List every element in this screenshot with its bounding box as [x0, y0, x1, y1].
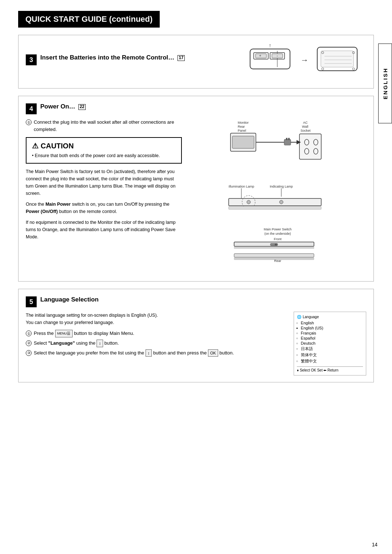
svg-text:Panel: Panel	[238, 129, 246, 132]
step1-num: ①	[26, 331, 32, 336]
caution-content: ⚠ CAUTION • Ensure that both ends of the…	[32, 141, 160, 159]
svg-text:Main Power Switch: Main Power Switch	[264, 227, 292, 231]
lang-menu-items: EnglishEnglish (US)FrançaisEspañolDeutsc…	[297, 320, 363, 364]
svg-text:(on the underside): (on the underside)	[264, 232, 291, 235]
section5-intro1: The initial language setting for on-scre…	[26, 312, 286, 326]
svg-rect-45	[229, 206, 321, 209]
section5-title: Language Selection	[40, 296, 99, 304]
lang-menu-item: English (US)	[297, 325, 363, 331]
step3-num: ③	[26, 350, 32, 356]
section3-number: 3	[26, 54, 37, 65]
svg-text:Illumination Lamp: Illumination Lamp	[229, 185, 254, 188]
svg-text:Socket: Socket	[301, 129, 311, 132]
language-menu-screenshot: 🌐 Language EnglishEnglish (US)FrançaisEs…	[294, 312, 366, 376]
caution-text: • Ensure that both ends of the power cor…	[32, 152, 160, 159]
updown-button-icon: ↕	[97, 340, 103, 347]
svg-text:-: -	[277, 54, 278, 58]
svg-rect-28	[284, 139, 291, 145]
updown-button-icon2: ↕	[146, 349, 152, 357]
page-title: QUICK START GUIDE (continued)	[18, 11, 160, 28]
section4-left: ① Connect the plug into the wall socket …	[26, 119, 182, 275]
section4-box: 4 Power On… 22 ① Connect the plug into t…	[18, 96, 374, 282]
svg-text:Rear: Rear	[238, 125, 245, 128]
step1-circle: ①	[26, 119, 32, 125]
svg-text:Front: Front	[274, 237, 282, 241]
section4-para2: Once the Main Power switch is on, you ca…	[26, 201, 182, 215]
svg-text:+: +	[259, 54, 261, 58]
svg-rect-50	[234, 247, 314, 249]
menu-button-icon: MENU ☰	[55, 330, 73, 337]
section3-header: 3 Insert the Batteries into the Remote C…	[26, 54, 243, 65]
section5-step2: ② Select "Language" using the ↕ button.	[26, 340, 286, 347]
section3-text: 3 Insert the Batteries into the Remote C…	[26, 54, 243, 70]
section4-ref: 22	[78, 104, 86, 110]
section3-title: Insert the Batteries into the Remote Con…	[40, 54, 185, 62]
caution-title: ⚠ CAUTION	[32, 141, 160, 150]
page-number: 14	[372, 542, 377, 547]
step1-text: Connect the plug into the wall socket af…	[34, 119, 182, 133]
english-sidebar: ENGLISH	[378, 44, 392, 123]
section3-content: 3 Insert the Batteries into the Remote C…	[26, 42, 366, 82]
lang-menu-header: 🌐 Language	[297, 315, 363, 319]
section4-content: ① Connect the plug into the wall socket …	[26, 119, 366, 275]
section4-right: Monitor Rear Panel AC Wall Socket	[189, 119, 366, 275]
caution-triangle-icon: ⚠	[32, 141, 38, 150]
step2-num: ②	[26, 340, 32, 346]
section5-number: 5	[26, 296, 37, 307]
svg-point-14	[322, 68, 324, 70]
svg-text:↑: ↑	[269, 42, 271, 48]
step1-text: Press the MENU ☰ button to display Main …	[34, 330, 134, 337]
section5-header: 5 Language Selection	[26, 296, 366, 307]
section5-step3: ③ Select the language you prefer from th…	[26, 349, 286, 357]
svg-rect-55	[234, 258, 314, 260]
svg-rect-29	[286, 138, 287, 140]
svg-point-43	[247, 200, 250, 204]
section4-step1: ① Connect the plug into the wall socket …	[26, 119, 182, 133]
svg-rect-11	[321, 51, 354, 67]
svg-text:AC: AC	[303, 121, 308, 124]
lang-icon: 🌐	[297, 315, 301, 319]
section4-number: 4	[26, 103, 37, 114]
step2-text: Select "Language" using the ↕ button.	[34, 340, 119, 347]
svg-rect-31	[299, 134, 321, 159]
section4-para1: The Main Power Switch is factory set to …	[26, 168, 182, 197]
section5-box: 5 Language Selection The initial languag…	[18, 289, 374, 382]
svg-point-44	[279, 200, 283, 204]
svg-text:Monitor: Monitor	[238, 121, 249, 124]
lang-menu-footer: ♦ Select OK Set ⬅ Return	[297, 366, 363, 372]
section4-title: Power On… 22	[40, 103, 86, 111]
battery-diagram: + - ↑ →	[246, 42, 363, 82]
section5-left: The initial language setting for on-scre…	[26, 312, 286, 376]
section3-box: 3 Insert the Batteries into the Remote C…	[18, 35, 374, 89]
lang-menu-item: Français	[297, 331, 363, 336]
svg-rect-26	[232, 136, 254, 148]
lang-menu-item: Español	[297, 336, 363, 341]
svg-rect-30	[288, 138, 290, 140]
ok-button-icon: OK	[208, 349, 218, 357]
svg-text:Indicating Lamp: Indicating Lamp	[270, 185, 293, 188]
svg-point-15	[352, 68, 355, 70]
lang-menu-item: English	[297, 320, 363, 325]
svg-rect-54	[234, 254, 314, 257]
power-diagram: Monitor Rear Panel AC Wall Socket	[227, 119, 328, 275]
section3-ref: 17	[177, 55, 185, 61]
lang-menu-item: 日本語	[297, 346, 363, 352]
lang-menu-item: Deutsch	[297, 341, 363, 346]
section4-header: 4 Power On… 22	[26, 103, 366, 114]
main-content: QUICK START GUIDE (continued) 3 Insert t…	[18, 0, 374, 382]
lang-menu-item: 繁體中文	[297, 358, 363, 364]
section5-content: The initial language setting for on-scre…	[26, 312, 366, 376]
step3-text: Select the language you prefer from the …	[34, 349, 234, 357]
svg-point-52	[275, 243, 277, 246]
svg-text:→: →	[301, 56, 309, 65]
caution-box: ⚠ CAUTION • Ensure that both ends of the…	[26, 137, 182, 164]
lang-menu-item: 简体中文	[297, 352, 363, 358]
english-label: ENGLISH	[382, 67, 388, 99]
svg-text:Wall: Wall	[302, 125, 308, 128]
section5-step1: ① Press the MENU ☰ button to display Mai…	[26, 330, 286, 337]
section4-para3: If no equipment is connected to the Moni…	[26, 219, 182, 241]
section3-diagram: + - ↑ →	[243, 42, 366, 82]
section5-steps: ① Press the MENU ☰ button to display Mai…	[26, 330, 286, 357]
